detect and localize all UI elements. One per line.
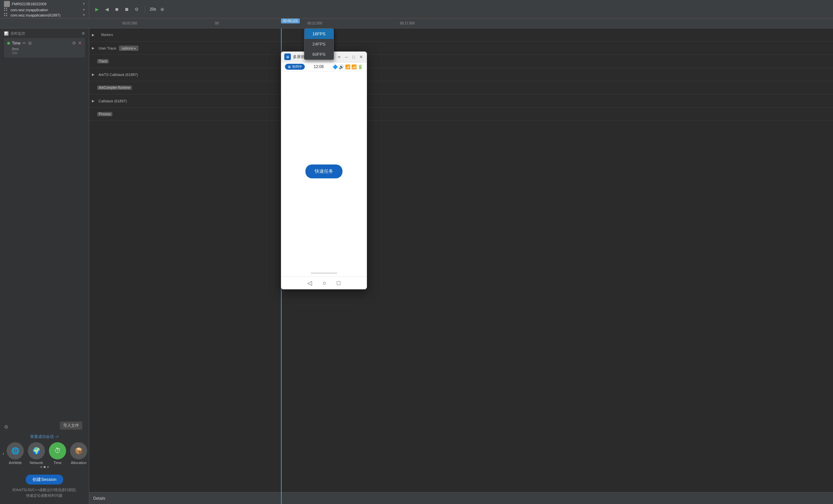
- tab-network[interactable]: 🌍 Network: [28, 442, 45, 465]
- tab-arkweb[interactable]: 🌐 ArkWeb: [7, 442, 24, 465]
- arkts-label: ArkTS Callstack (61897): [98, 73, 138, 77]
- ruler-mark-2: 00:12.500: [307, 22, 322, 25]
- import-file-button[interactable]: 导入文件: [60, 422, 82, 430]
- arkcompiler-badge: ArkCompiler Runtime: [97, 85, 132, 90]
- device-row: FMR0223B16022009 ▾: [4, 1, 85, 7]
- edit-icon[interactable]: ✏: [22, 41, 26, 46]
- app1-dropdown-arrow[interactable]: ▾: [83, 7, 85, 12]
- tabs-nav-row: ‹ 🌐 ArkWeb 🌍 Network ⏱ Time: [0, 442, 89, 465]
- fps-option-24[interactable]: 24FPS: [305, 39, 334, 49]
- fps-option-60[interactable]: 60FPS: [305, 49, 334, 59]
- left-sidebar: 📊 实时监控 ⚙ Time ✏ ⊞ ⚙ ✕ 0ms: [0, 28, 89, 504]
- monitor-status: Idle: [7, 51, 82, 55]
- app-icon-2: [4, 13, 8, 18]
- add-button[interactable]: ⊕: [159, 6, 166, 13]
- allocation-icon: 📦: [70, 442, 87, 459]
- cursor-time-label: 00:09.125: [281, 19, 300, 23]
- config-button[interactable]: ⚙: [133, 6, 140, 13]
- tab-time[interactable]: ⏱ Time: [49, 442, 66, 465]
- app-row-2: com.wsz.myapplication(61897) ▾: [4, 13, 85, 18]
- dot-1: [44, 466, 46, 468]
- volume-icon: 🔊: [339, 65, 344, 69]
- device-icon: [4, 1, 10, 7]
- top-bar: FMR0223B16022009 ▾ com.wsz.myapplication…: [0, 0, 833, 19]
- monitor-settings-icon[interactable]: ⚙: [82, 31, 85, 36]
- ruler-mark-0: 00:02.500: [122, 22, 137, 25]
- timeline-ruler: 00:09.125 00:02.500 00: 00:12.500 00:17.…: [89, 19, 833, 28]
- arkts-callstack-track: ▶ ArkTS Callstack (61897): [89, 68, 833, 81]
- close-icon[interactable]: ✕: [358, 54, 364, 59]
- device-app-selector: FMR0223B16022009 ▾ com.wsz.myapplication…: [0, 0, 89, 19]
- stop-button[interactable]: ⏹: [123, 6, 130, 13]
- device-status-bar: 🖥 协同中 12:08 🔷 🔊 📶 📶 🔋: [281, 62, 367, 71]
- maximize-icon[interactable]: □: [351, 54, 356, 59]
- user-trace-label: User Trace: [98, 46, 116, 50]
- minimize-icon[interactable]: ─: [344, 54, 349, 59]
- bluetooth-icon: 🔷: [333, 65, 338, 69]
- back-nav-icon[interactable]: ◁: [307, 279, 312, 287]
- user-trace-track: ▶ User Trace options ▾: [89, 42, 833, 55]
- play-button[interactable]: ▶: [93, 6, 100, 13]
- battery-icon: 🔋: [358, 65, 363, 69]
- device-status-icons: 🔷 🔊 📶 📶 🔋: [333, 65, 363, 69]
- dot-0: [40, 466, 42, 468]
- markers-expand-arrow[interactable]: ▶: [92, 33, 95, 37]
- options-button[interactable]: options ▾: [119, 46, 139, 51]
- device-app-icon: 🖥: [284, 53, 291, 60]
- app2-dropdown-arrow[interactable]: ▾: [83, 13, 85, 17]
- arkts-sub-track: ArkCompiler Runtime: [89, 81, 833, 95]
- monitor-time-item: Time ✏ ⊞ ⚙ ✕ 0ms Idle: [4, 38, 85, 57]
- session-section: 创建Session 对ArkTS/JS/C++函数运行情况进行跟踪,快速定位函数…: [0, 471, 89, 504]
- monitor-actions: ⚙ ✕: [72, 41, 82, 46]
- callstack-label: Callstack (61897): [98, 99, 127, 103]
- arkts-expand[interactable]: ▶: [92, 73, 95, 76]
- monitor-settings-action[interactable]: ⚙: [72, 41, 76, 46]
- create-session-button[interactable]: 创建Session: [26, 475, 63, 484]
- device-nav-bar: ◁ ○ □: [281, 276, 367, 289]
- view-success-link[interactable]: 查看成功会话 ->: [30, 434, 58, 439]
- monitor-delete-action[interactable]: ✕: [78, 41, 82, 46]
- record-button[interactable]: ⏺: [113, 6, 120, 13]
- settings-gear-icon[interactable]: ⚙: [4, 424, 8, 430]
- markers-track: ▶ Markers: [89, 28, 833, 42]
- arkweb-label: ArkWeb: [9, 461, 22, 465]
- timeline-header: 00:09.125 00:02.500 00: 00:12.500 00:17.…: [0, 19, 833, 28]
- recents-nav-icon[interactable]: □: [337, 280, 340, 287]
- fps-dropdown: 16FPS 24FPS 60FPS: [304, 28, 334, 60]
- process-badge: Process: [97, 112, 112, 116]
- device-dropdown-arrow[interactable]: ▾: [83, 2, 85, 6]
- time-icon: ⏱: [49, 442, 66, 459]
- menu-icon[interactable]: ≡: [336, 54, 342, 59]
- signal-icon: 📶: [345, 65, 350, 69]
- status-dot: [7, 42, 10, 45]
- rewind-button[interactable]: ◀: [103, 6, 111, 13]
- collaboration-icon: 🖥: [288, 65, 291, 69]
- callstack-track: ▶ Callstack (61897): [89, 95, 833, 108]
- user-trace-expand[interactable]: ▶: [92, 46, 95, 50]
- app-name-2: com.wsz.myapplication(61897): [10, 13, 61, 17]
- callstack-expand[interactable]: ▶: [92, 99, 95, 103]
- device-preview-window: 🖥 多屏协同 ≡ ─ □ ✕ 🖥 协同中 12:08 🔷: [281, 52, 367, 289]
- ruler-mark-1: 00:: [215, 22, 219, 25]
- monitor-icon: 📊: [4, 31, 8, 36]
- monitor-label: 📊 实时监控 ⚙: [4, 31, 85, 36]
- fps-option-16[interactable]: 16FPS: [305, 29, 334, 39]
- copy-icon[interactable]: ⊞: [28, 41, 32, 46]
- app-icon-1: [4, 7, 8, 12]
- app-name-1: com.wsz.myapplication: [10, 8, 48, 12]
- ruler-mark-3: 00:17.500: [400, 22, 415, 25]
- app-row-1: com.wsz.myapplication ▾: [4, 7, 85, 12]
- options-dropdown-arrow: ▾: [134, 47, 136, 50]
- device-content-area: 快速任务: [281, 71, 367, 271]
- home-nav-icon[interactable]: ○: [323, 280, 326, 287]
- network-label: Network: [30, 461, 43, 465]
- scroll-bar: [311, 273, 337, 274]
- allocation-label: Allocation: [71, 461, 87, 465]
- quick-task-button[interactable]: 快速任务: [305, 165, 342, 178]
- tabs-row: 🌐 ArkWeb 🌍 Network ⏱ Time �: [7, 442, 87, 465]
- sidebar-toolbar-row: ⚙ 导入文件: [0, 422, 89, 431]
- scroll-indicator: [281, 271, 367, 276]
- trace-sub-track: Trace: [89, 55, 833, 68]
- tab-allocation[interactable]: 📦 Allocation: [70, 442, 87, 465]
- tabs-prev-arrow[interactable]: ‹: [0, 450, 7, 457]
